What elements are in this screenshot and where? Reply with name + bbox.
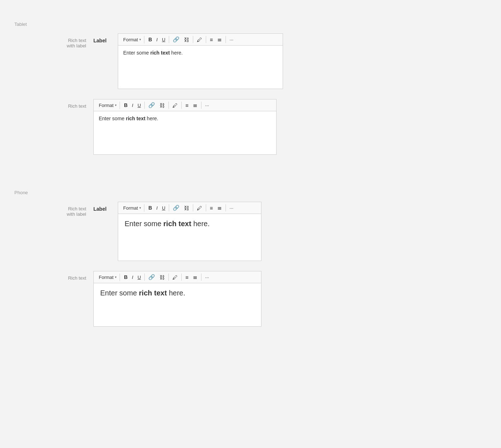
phone-row1-field-label: Label: [93, 202, 115, 212]
phone-row2-text-post: here.: [167, 289, 185, 297]
phone-row2-format-btn[interactable]: Format ▾: [96, 274, 120, 281]
ordered-list-icon: ≡: [185, 274, 189, 280]
unordered-list-icon: ≣: [193, 274, 198, 280]
tablet-row1-ul-btn[interactable]: ≣: [215, 35, 224, 44]
phone-row1: Rich textwith label Label Format ▾ B I U…: [14, 202, 487, 261]
tablet-row1-highlight-btn[interactable]: 🖊: [195, 36, 204, 44]
tablet-row1-content[interactable]: Enter some rich text here.: [118, 46, 283, 89]
sep9: [169, 204, 169, 211]
unlink-icon: ⛓: [159, 102, 165, 108]
phone-row1-bold-btn[interactable]: B: [147, 204, 154, 212]
highlight-icon: 🖊: [172, 102, 178, 108]
tablet-row2-ul-btn[interactable]: ≣: [191, 101, 199, 109]
phone-row1-highlight-btn[interactable]: 🖊: [195, 204, 204, 212]
tablet-row1-more-btn[interactable]: ···: [228, 36, 235, 43]
tablet-row1-bold-btn[interactable]: B: [147, 36, 154, 43]
tablet-row1-text-bold: rich text: [150, 50, 170, 56]
highlight-icon: 🖊: [197, 37, 202, 43]
phone-row2-ol-btn[interactable]: ≡: [184, 273, 190, 281]
tablet-row2-bold-btn[interactable]: B: [122, 101, 129, 109]
phone-row1-italic-btn[interactable]: I: [154, 204, 159, 212]
sep5: [144, 102, 145, 109]
unlink-icon: ⛓: [184, 37, 189, 43]
phone-row2-text-pre: Enter some: [100, 289, 139, 297]
phone-row1-more-btn[interactable]: ···: [228, 204, 235, 212]
phone-row1-unlink-btn[interactable]: ⛓: [182, 204, 191, 212]
phone-row2-content[interactable]: Enter some rich text here.: [94, 283, 261, 326]
phone-row2-rte: Format ▾ B I U 🔗 ⛓ 🖊 ≡: [93, 271, 261, 327]
phone-row1-text-bold: rich text: [163, 220, 191, 228]
tablet-row2-text-bold: rich text: [126, 116, 145, 121]
sep12: [226, 204, 226, 211]
unlink-icon: ⛓: [184, 205, 189, 211]
tablet-row2-underline-btn[interactable]: U: [136, 102, 143, 109]
phone-row1-ol-btn[interactable]: ≡: [208, 204, 215, 212]
tablet-row2-unlink-btn[interactable]: ⛓: [158, 101, 167, 109]
tablet-row2-text-pre: Enter some: [99, 116, 126, 121]
phone-row1-text-pre: Enter some: [125, 220, 163, 228]
sep1: [169, 36, 169, 43]
tablet-row2-ol-btn[interactable]: ≡: [184, 101, 190, 109]
tablet-row2-rte: Format ▾ B I U 🔗 ⛓ 🖊 ≡: [93, 99, 277, 155]
chevron-down-icon: ▾: [139, 206, 141, 210]
tablet-row2-italic-btn[interactable]: I: [130, 102, 135, 109]
sep6: [168, 102, 169, 109]
unordered-list-icon: ≣: [193, 102, 198, 108]
phone-row1-ul-btn[interactable]: ≣: [215, 204, 224, 212]
chevron-down-icon: ▾: [115, 103, 117, 107]
unordered-list-icon: ≣: [217, 36, 222, 43]
tablet-row2-title: Rich text: [14, 99, 93, 109]
phone-row2-more-btn[interactable]: ···: [203, 274, 211, 281]
tablet-row1-ol-btn[interactable]: ≡: [208, 36, 215, 44]
tablet-row1-text-post: here.: [170, 50, 183, 56]
phone-row1-underline-btn[interactable]: U: [160, 204, 167, 212]
highlight-icon: 🖊: [197, 205, 202, 211]
unordered-list-icon: ≣: [217, 205, 222, 211]
phone-row2-link-btn[interactable]: 🔗: [147, 273, 157, 281]
phone-row2-underline-btn[interactable]: U: [136, 274, 143, 281]
tablet-row1-italic-btn[interactable]: I: [154, 36, 159, 43]
phone-row1-content[interactable]: Enter some rich text here.: [118, 214, 261, 261]
phone-section-label: Phone: [14, 190, 487, 195]
unlink-icon: ⛓: [159, 274, 165, 280]
phone-row2-bold-btn[interactable]: B: [122, 273, 129, 281]
sep15: [181, 274, 182, 281]
phone-row1-title: Rich textwith label: [14, 202, 93, 217]
phone-row1-rte: Format ▾ B I U 🔗 ⛓ 🖊 ≡: [118, 202, 261, 261]
phone-row2-highlight-btn[interactable]: 🖊: [171, 273, 180, 281]
phone-row2: Rich text Format ▾ B I U 🔗 ⛓ 🖊: [14, 271, 487, 327]
tablet-row1-format-btn[interactable]: Format ▾: [120, 36, 144, 43]
tablet-row1-title: Rich textwith label: [14, 33, 93, 48]
phone-row1-link-btn[interactable]: 🔗: [171, 204, 181, 212]
tablet-row2-toolbar: Format ▾ B I U 🔗 ⛓ 🖊 ≡: [94, 99, 276, 111]
tablet-row1-field-label: Label: [93, 33, 115, 43]
phone-row2-ul-btn[interactable]: ≣: [191, 273, 199, 281]
tablet-section-label: Tablet: [14, 22, 487, 27]
tablet-row1-link-btn[interactable]: 🔗: [171, 35, 181, 44]
phone-row2-unlink-btn[interactable]: ⛓: [158, 273, 167, 281]
tablet-row2-text-post: here.: [145, 116, 158, 121]
sep10: [193, 204, 193, 211]
link-icon: 🔗: [148, 274, 155, 280]
sep3: [206, 36, 206, 43]
ordered-list-icon: ≡: [210, 37, 213, 43]
tablet-row1-unlink-btn[interactable]: ⛓: [182, 36, 191, 44]
phone-row2-title: Rich text: [14, 271, 93, 281]
tablet-row1-underline-btn[interactable]: U: [160, 36, 167, 43]
chevron-down-icon: ▾: [139, 38, 141, 41]
ordered-list-icon: ≡: [210, 205, 213, 211]
phone-row1-format-btn[interactable]: Format ▾: [120, 204, 144, 212]
tablet-row2-format-btn[interactable]: Format ▾: [96, 102, 120, 109]
ordered-list-icon: ≡: [185, 102, 189, 108]
tablet-row2-highlight-btn[interactable]: 🖊: [171, 101, 180, 109]
tablet-row2-content[interactable]: Enter some rich text here.: [94, 111, 276, 154]
tablet-row1: Rich textwith label Label Format ▾ B I U…: [14, 33, 487, 89]
link-icon: 🔗: [173, 36, 180, 43]
tablet-row1-toolbar: Format ▾ B I U 🔗 ⛓ 🖊 ≡: [118, 34, 283, 46]
sep4: [226, 36, 226, 43]
tablet-row2-more-btn[interactable]: ···: [203, 102, 211, 109]
tablet-row2-link-btn[interactable]: 🔗: [147, 101, 157, 109]
sep13: [144, 274, 145, 281]
phone-row2-italic-btn[interactable]: I: [130, 274, 135, 281]
highlight-icon: 🖊: [172, 274, 178, 280]
